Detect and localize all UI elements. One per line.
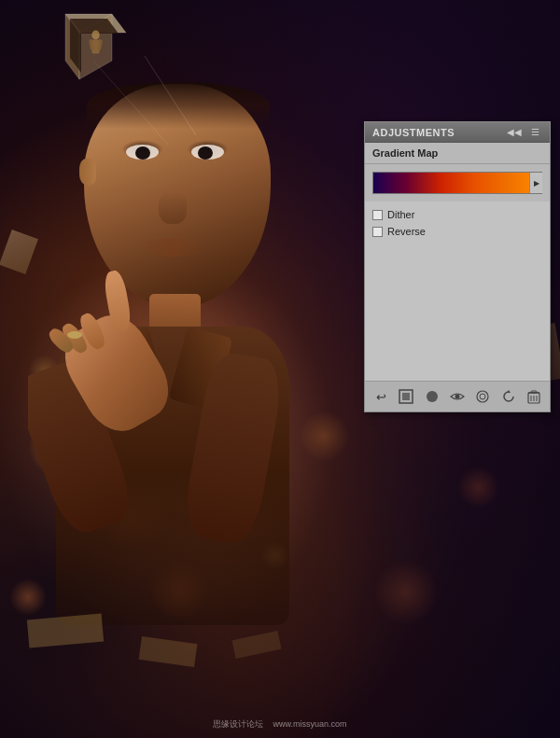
- svg-rect-19: [531, 391, 537, 393]
- ear-left: [79, 159, 96, 185]
- bokeh-4: [373, 560, 439, 625]
- panel-subtitle: Gradient Map: [365, 143, 550, 164]
- eye-icon[interactable]: [447, 386, 468, 407]
- svg-rect-12: [402, 393, 410, 400]
- panel-footer: ↩: [365, 381, 550, 411]
- watermark: 思缘设计论坛 www.missyuan.com: [213, 718, 346, 731]
- mask-icon[interactable]: [396, 386, 416, 407]
- svg-point-15: [477, 391, 488, 402]
- gradient-bar-container: ▶: [365, 164, 550, 202]
- mouth: [140, 238, 205, 257]
- panel-title: ADJUSTMENTS: [372, 127, 455, 138]
- tiny-figure: [84, 28, 107, 61]
- circle-icon[interactable]: [422, 386, 442, 407]
- svg-point-14: [455, 395, 459, 399]
- delete-icon[interactable]: [524, 386, 544, 407]
- reverse-label: Reverse: [387, 226, 426, 237]
- panel-empty-area: [365, 250, 550, 381]
- dither-option-row: Dither: [372, 209, 542, 220]
- adjust-icon[interactable]: [472, 386, 493, 407]
- pupil-left: [135, 146, 150, 160]
- bokeh-5: [457, 466, 499, 508]
- reverse-option-row: Reverse: [372, 226, 542, 237]
- watermark-site1: 思缘设计论坛: [213, 719, 263, 729]
- nose: [159, 191, 187, 224]
- pupil-right: [198, 146, 213, 160]
- panel-controls: ◀◀ ☰: [504, 126, 542, 138]
- refresh-icon[interactable]: [498, 386, 519, 407]
- menu-btn[interactable]: ☰: [528, 126, 542, 138]
- svg-point-13: [427, 391, 438, 402]
- dither-label: Dither: [387, 209, 414, 220]
- adjustments-panel: ADJUSTMENTS ◀◀ ☰ Gradient Map ▶ Dither R…: [364, 121, 551, 412]
- reverse-checkbox[interactable]: [372, 227, 383, 237]
- ring: [67, 331, 82, 339]
- svg-point-16: [480, 394, 485, 399]
- panel-header: ADJUSTMENTS ◀◀ ☰: [365, 122, 550, 143]
- watermark-site2: www.missyuan.com: [273, 719, 346, 729]
- gradient-bar[interactable]: ▶: [372, 172, 542, 194]
- panel-options: Dither Reverse: [365, 202, 550, 250]
- back-icon[interactable]: ↩: [371, 386, 391, 407]
- gradient-arrow[interactable]: ▶: [529, 173, 542, 193]
- dither-checkbox[interactable]: [372, 210, 383, 220]
- collapse-btn[interactable]: ◀◀: [504, 126, 525, 138]
- svg-point-7: [91, 31, 99, 40]
